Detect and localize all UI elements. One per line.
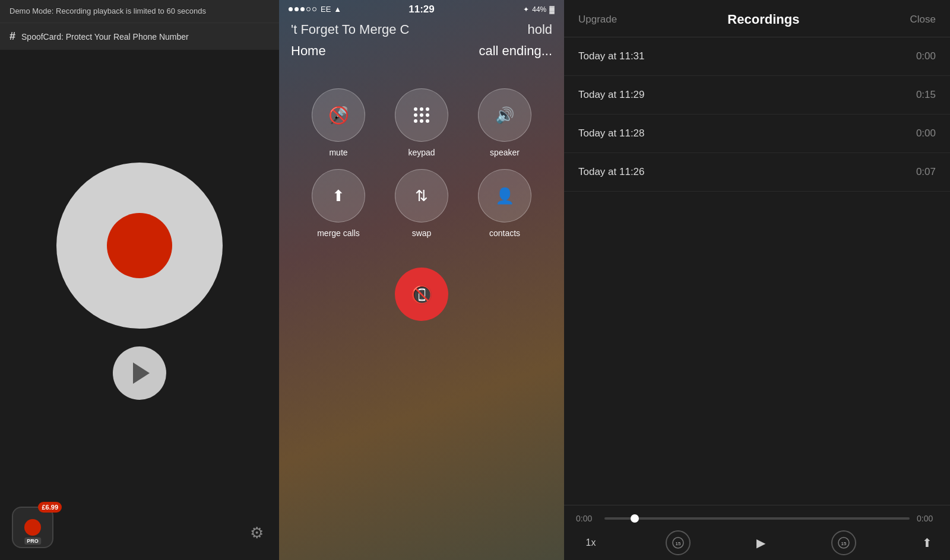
call-header: 't Forget To Merge C hold [279, 16, 564, 43]
progress-thumb [631, 514, 639, 523]
svg-text:15: 15 [676, 541, 681, 546]
recording-time-0: Today at 11:31 [578, 50, 645, 62]
close-button[interactable]: Close [910, 14, 936, 26]
call-home: Home [291, 43, 326, 59]
end-call-icon: 📵 [411, 284, 433, 305]
recording-item-2[interactable]: Today at 11:28 0:00 [564, 114, 950, 153]
progress-track[interactable] [604, 517, 910, 520]
forward-icon: 15 [838, 537, 850, 549]
signal-dot-3 [300, 7, 305, 11]
pro-dot [24, 519, 41, 536]
recording-time-3: Today at 11:26 [578, 166, 645, 178]
battery-icon: ▓ [549, 5, 555, 14]
settings-button[interactable]: ⚙ [246, 522, 267, 543]
price-badge: £6.99 [38, 502, 62, 513]
play-pause-button[interactable]: ▶ [756, 536, 765, 550]
swap-circle: ⇅ [395, 169, 448, 222]
pro-badge[interactable]: PRO £6.99 [12, 507, 53, 548]
end-call-area: 📵 [279, 268, 564, 321]
wifi-icon: ▲ [334, 5, 341, 14]
left-panel: Demo Mode: Recording playback is limited… [0, 0, 279, 560]
current-time: 0:00 [576, 514, 597, 523]
status-time: 11:29 [408, 4, 434, 15]
call-buttons-grid: 🎤🚫 mute keypad 🔊 speaker [279, 77, 564, 250]
speed-button[interactable]: 1x [582, 537, 600, 548]
mute-label: mute [329, 148, 347, 157]
recording-item-0[interactable]: Today at 11:31 0:00 [564, 37, 950, 76]
pro-label: PRO [24, 537, 41, 545]
demo-banner: Demo Mode: Recording playback is limited… [0, 0, 279, 23]
call-title: 't Forget To Merge C [291, 22, 409, 37]
speaker-label: speaker [490, 148, 520, 157]
swap-button[interactable]: ⇅ swap [386, 169, 457, 238]
recordings-header: Upgrade Recordings Close [564, 0, 950, 37]
keypad-button[interactable]: keypad [386, 88, 457, 157]
controls-row: 1x 15 ▶ 15 ⬆ [576, 530, 938, 555]
progress-row: 0:00 0:00 [576, 514, 938, 523]
swap-icon: ⇅ [415, 187, 428, 205]
speaker-circle: 🔊 [478, 88, 531, 142]
record-area [0, 50, 279, 560]
player-bar: 0:00 0:00 1x 15 ▶ 15 ⬆ [564, 505, 950, 560]
recording-duration-3: 0:07 [916, 166, 936, 178]
recording-time-2: Today at 11:28 [578, 128, 645, 139]
merge-circle: ⬆ [312, 169, 365, 222]
play-button[interactable] [113, 346, 166, 400]
recordings-list: Today at 11:31 0:00 Today at 11:29 0:15 … [564, 37, 950, 505]
end-call-button[interactable]: 📵 [395, 268, 448, 321]
play-icon [133, 362, 150, 384]
keypad-circle [395, 88, 448, 142]
contacts-label: contacts [489, 228, 520, 238]
signal-dots [289, 7, 316, 11]
recording-duration-0: 0:00 [916, 50, 936, 62]
bluetooth-icon: ✦ [523, 5, 529, 14]
signal-dot-4 [306, 7, 311, 11]
merge-button[interactable]: ⬆ merge calls [303, 169, 374, 238]
recording-duration-2: 0:00 [916, 128, 936, 139]
recording-item-3[interactable]: Today at 11:26 0:07 [564, 153, 950, 192]
bottom-left-area: PRO £6.99 [12, 507, 53, 548]
call-subtitle: Home call ending... [279, 43, 564, 77]
recordings-title: Recordings [727, 12, 799, 27]
record-dot [107, 213, 172, 278]
contacts-circle: 👤 [478, 169, 531, 222]
recording-item-1[interactable]: Today at 11:29 0:15 [564, 76, 950, 114]
rewind-button[interactable]: 15 [666, 530, 691, 555]
pro-icon-circle: PRO [12, 507, 53, 548]
signal-dot-2 [294, 7, 299, 11]
spoof-banner[interactable]: # SpoofCard: Protect Your Real Phone Num… [0, 23, 279, 50]
call-ending: call ending... [479, 43, 552, 59]
signal-dot-5 [312, 7, 316, 11]
phone-screen: EE ▲ 11:29 ✦ 44% ▓ 't Forget To Merge C … [279, 0, 564, 560]
mute-button[interactable]: 🎤🚫 mute [303, 88, 374, 157]
share-button[interactable]: ⬆ [922, 536, 932, 550]
swap-label: swap [412, 228, 432, 238]
battery-label: 44% [532, 5, 546, 14]
recording-time-1: Today at 11:29 [578, 89, 645, 101]
hash-icon: # [10, 30, 15, 43]
call-hold: hold [527, 22, 552, 37]
keypad-label: keypad [408, 148, 435, 157]
svg-text:15: 15 [841, 541, 847, 546]
mute-circle: 🎤🚫 [312, 88, 365, 142]
upgrade-button[interactable]: Upgrade [578, 14, 617, 26]
spoof-text: SpoofCard: Protect Your Real Phone Numbe… [21, 32, 189, 42]
keypad-icon [414, 107, 429, 123]
rewind-icon: 15 [672, 537, 684, 549]
speaker-icon: 🔊 [495, 106, 514, 125]
contacts-icon: 👤 [495, 187, 514, 205]
speaker-button[interactable]: 🔊 speaker [469, 88, 540, 157]
status-bar: EE ▲ 11:29 ✦ 44% ▓ [279, 0, 564, 16]
mute-icon: 🎤🚫 [328, 106, 349, 125]
battery-area: ✦ 44% ▓ [523, 5, 555, 14]
contacts-button[interactable]: 👤 contacts [469, 169, 540, 238]
signal-area: EE ▲ [289, 5, 341, 14]
record-button[interactable] [56, 163, 223, 329]
carrier-label: EE [321, 5, 331, 14]
merge-label: merge calls [317, 228, 360, 238]
total-time: 0:00 [917, 514, 938, 523]
signal-dot-1 [289, 7, 293, 11]
recording-duration-1: 0:15 [916, 89, 936, 101]
merge-icon: ⬆ [332, 187, 345, 205]
forward-button[interactable]: 15 [831, 530, 856, 555]
